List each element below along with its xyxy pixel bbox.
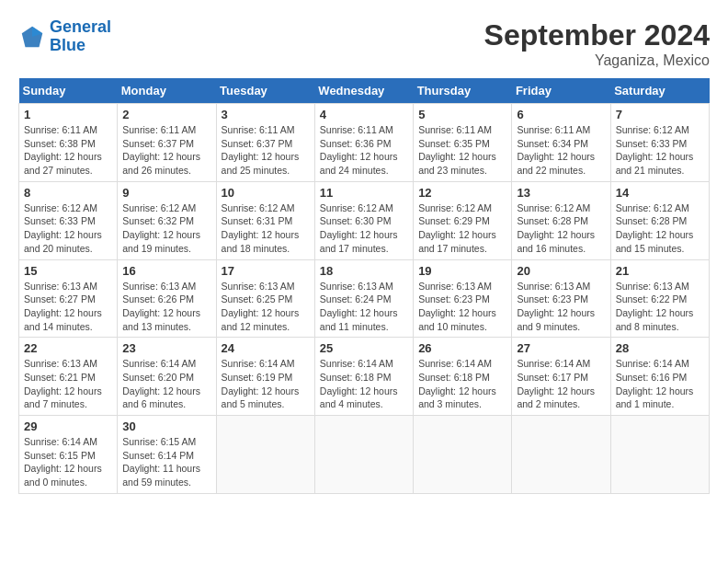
calendar-week-3: 15Sunrise: 6:13 AM Sunset: 6:27 PM Dayli… [19, 259, 710, 338]
col-tuesday: Tuesday [216, 78, 314, 104]
table-row: 29Sunrise: 6:14 AM Sunset: 6:15 PM Dayli… [19, 416, 118, 494]
col-friday: Friday [512, 78, 610, 104]
day-detail: Sunrise: 6:15 AM Sunset: 6:14 PM Dayligh… [122, 435, 210, 489]
day-detail: Sunrise: 6:12 AM Sunset: 6:32 PM Dayligh… [122, 201, 210, 256]
day-number: 22 [24, 341, 112, 355]
table-row: 3Sunrise: 6:11 AM Sunset: 6:37 PM Daylig… [216, 104, 314, 182]
table-row: 21Sunrise: 6:13 AM Sunset: 6:22 PM Dayli… [610, 259, 709, 338]
day-detail: Sunrise: 6:11 AM Sunset: 6:37 PM Dayligh… [122, 123, 210, 178]
location-title: Yaganiza, Mexico [484, 52, 710, 69]
table-row: 24Sunrise: 6:14 AM Sunset: 6:19 PM Dayli… [216, 338, 314, 416]
table-row: 20Sunrise: 6:13 AM Sunset: 6:23 PM Dayli… [512, 259, 610, 338]
table-row: 23Sunrise: 6:14 AM Sunset: 6:20 PM Dayli… [118, 338, 216, 416]
day-number: 3 [222, 108, 310, 121]
table-row [414, 416, 512, 494]
day-detail: Sunrise: 6:13 AM Sunset: 6:23 PM Dayligh… [517, 280, 605, 334]
day-number: 16 [122, 264, 210, 278]
day-number: 4 [320, 108, 408, 121]
day-number: 1 [24, 108, 112, 121]
logo-line2: Blue [50, 36, 85, 54]
day-detail: Sunrise: 6:11 AM Sunset: 6:35 PM Dayligh… [418, 123, 506, 178]
table-row: 5Sunrise: 6:11 AM Sunset: 6:35 PM Daylig… [414, 104, 512, 182]
day-number: 25 [320, 341, 408, 355]
table-row: 28Sunrise: 6:14 AM Sunset: 6:16 PM Dayli… [610, 338, 709, 416]
col-monday: Monday [118, 78, 216, 104]
table-row: 14Sunrise: 6:12 AM Sunset: 6:28 PM Dayli… [610, 181, 709, 259]
day-detail: Sunrise: 6:13 AM Sunset: 6:25 PM Dayligh… [222, 280, 310, 334]
day-detail: Sunrise: 6:14 AM Sunset: 6:17 PM Dayligh… [517, 357, 605, 411]
day-detail: Sunrise: 6:12 AM Sunset: 6:33 PM Dayligh… [24, 201, 112, 256]
table-row: 7Sunrise: 6:12 AM Sunset: 6:33 PM Daylig… [610, 104, 709, 182]
day-detail: Sunrise: 6:11 AM Sunset: 6:34 PM Dayligh… [517, 123, 605, 178]
day-detail: Sunrise: 6:14 AM Sunset: 6:18 PM Dayligh… [320, 357, 408, 411]
day-number: 28 [616, 341, 704, 355]
day-number: 10 [222, 186, 310, 200]
table-row: 26Sunrise: 6:14 AM Sunset: 6:18 PM Dayli… [414, 338, 512, 416]
day-number: 7 [616, 108, 704, 121]
table-row: 4Sunrise: 6:11 AM Sunset: 6:36 PM Daylig… [314, 104, 413, 182]
day-number: 20 [517, 264, 605, 278]
table-row: 22Sunrise: 6:13 AM Sunset: 6:21 PM Dayli… [19, 338, 118, 416]
table-row: 8Sunrise: 6:12 AM Sunset: 6:33 PM Daylig… [19, 181, 118, 259]
table-row [610, 416, 709, 494]
month-title: September 2024 [484, 18, 710, 52]
table-row: 30Sunrise: 6:15 AM Sunset: 6:14 PM Dayli… [118, 416, 216, 494]
table-row: 15Sunrise: 6:13 AM Sunset: 6:27 PM Dayli… [19, 259, 118, 338]
day-number: 26 [418, 341, 506, 355]
header-row: Sunday Monday Tuesday Wednesday Thursday… [19, 78, 710, 104]
col-sunday: Sunday [19, 78, 118, 104]
day-detail: Sunrise: 6:12 AM Sunset: 6:28 PM Dayligh… [616, 201, 704, 256]
day-detail: Sunrise: 6:14 AM Sunset: 6:20 PM Dayligh… [122, 357, 210, 411]
table-row: 9Sunrise: 6:12 AM Sunset: 6:32 PM Daylig… [118, 181, 216, 259]
day-detail: Sunrise: 6:12 AM Sunset: 6:31 PM Dayligh… [222, 201, 310, 256]
day-number: 2 [122, 108, 210, 121]
table-row: 6Sunrise: 6:11 AM Sunset: 6:34 PM Daylig… [512, 104, 610, 182]
calendar-week-1: 1Sunrise: 6:11 AM Sunset: 6:38 PM Daylig… [19, 104, 710, 182]
day-detail: Sunrise: 6:13 AM Sunset: 6:23 PM Dayligh… [418, 280, 506, 334]
table-row: 18Sunrise: 6:13 AM Sunset: 6:24 PM Dayli… [314, 259, 413, 338]
table-row: 19Sunrise: 6:13 AM Sunset: 6:23 PM Dayli… [414, 259, 512, 338]
day-detail: Sunrise: 6:13 AM Sunset: 6:21 PM Dayligh… [24, 357, 112, 411]
day-detail: Sunrise: 6:12 AM Sunset: 6:28 PM Dayligh… [517, 201, 605, 256]
day-detail: Sunrise: 6:12 AM Sunset: 6:30 PM Dayligh… [320, 201, 408, 256]
day-number: 29 [24, 419, 112, 433]
day-detail: Sunrise: 6:14 AM Sunset: 6:15 PM Dayligh… [24, 435, 112, 489]
day-detail: Sunrise: 6:12 AM Sunset: 6:29 PM Dayligh… [418, 201, 506, 256]
day-number: 17 [222, 264, 310, 278]
day-detail: Sunrise: 6:13 AM Sunset: 6:22 PM Dayligh… [616, 280, 704, 334]
day-number: 12 [418, 186, 506, 200]
day-number: 24 [222, 341, 310, 355]
day-detail: Sunrise: 6:14 AM Sunset: 6:18 PM Dayligh… [418, 357, 506, 411]
day-number: 21 [616, 264, 704, 278]
day-detail: Sunrise: 6:11 AM Sunset: 6:38 PM Dayligh… [24, 123, 112, 178]
day-detail: Sunrise: 6:11 AM Sunset: 6:37 PM Dayligh… [222, 123, 310, 178]
day-detail: Sunrise: 6:12 AM Sunset: 6:33 PM Dayligh… [616, 123, 704, 178]
table-row [314, 416, 413, 494]
table-row [512, 416, 610, 494]
day-number: 5 [418, 108, 506, 121]
day-detail: Sunrise: 6:14 AM Sunset: 6:16 PM Dayligh… [616, 357, 704, 411]
logo: General Blue [18, 18, 111, 55]
table-row: 16Sunrise: 6:13 AM Sunset: 6:26 PM Dayli… [118, 259, 216, 338]
logo-line1: General [50, 17, 111, 36]
table-row: 17Sunrise: 6:13 AM Sunset: 6:25 PM Dayli… [216, 259, 314, 338]
col-saturday: Saturday [610, 78, 709, 104]
table-row: 1Sunrise: 6:11 AM Sunset: 6:38 PM Daylig… [19, 104, 118, 182]
table-row: 13Sunrise: 6:12 AM Sunset: 6:28 PM Dayli… [512, 181, 610, 259]
table-row: 25Sunrise: 6:14 AM Sunset: 6:18 PM Dayli… [314, 338, 413, 416]
day-number: 19 [418, 264, 506, 278]
table-row [216, 416, 314, 494]
title-section: September 2024 Yaganiza, Mexico [484, 18, 710, 69]
calendar-week-2: 8Sunrise: 6:12 AM Sunset: 6:33 PM Daylig… [19, 181, 710, 259]
day-number: 18 [320, 264, 408, 278]
day-number: 23 [122, 341, 210, 355]
day-number: 13 [517, 186, 605, 200]
calendar-week-5: 29Sunrise: 6:14 AM Sunset: 6:15 PM Dayli… [19, 416, 710, 494]
table-row: 12Sunrise: 6:12 AM Sunset: 6:29 PM Dayli… [414, 181, 512, 259]
day-number: 15 [24, 264, 112, 278]
day-detail: Sunrise: 6:11 AM Sunset: 6:36 PM Dayligh… [320, 123, 408, 178]
table-row: 2Sunrise: 6:11 AM Sunset: 6:37 PM Daylig… [118, 104, 216, 182]
day-detail: Sunrise: 6:13 AM Sunset: 6:26 PM Dayligh… [122, 280, 210, 334]
day-detail: Sunrise: 6:13 AM Sunset: 6:24 PM Dayligh… [320, 280, 408, 334]
day-detail: Sunrise: 6:14 AM Sunset: 6:19 PM Dayligh… [222, 357, 310, 411]
